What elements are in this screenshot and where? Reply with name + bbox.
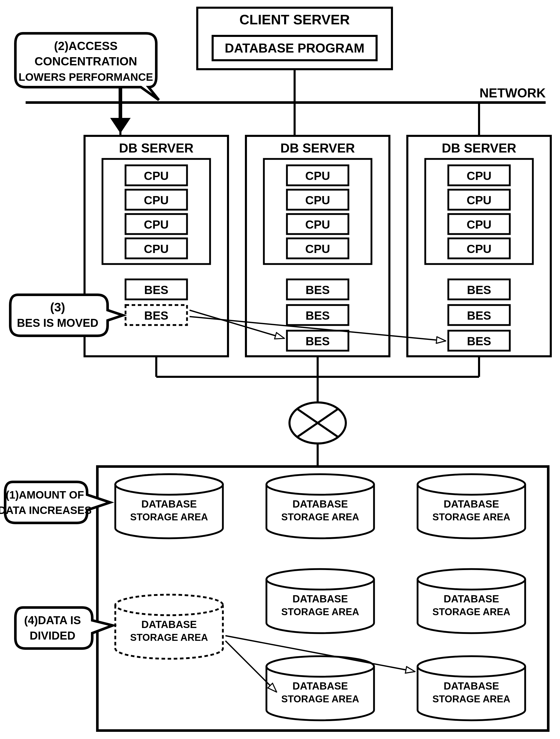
svg-text:STORAGE AREA: STORAGE AREA — [432, 606, 510, 617]
svg-text:STORAGE AREA: STORAGE AREA — [281, 511, 359, 523]
svg-text:(4)DATA IS: (4)DATA IS — [24, 614, 81, 626]
svg-text:DATABASE: DATABASE — [141, 619, 197, 630]
svg-text:BES IS MOVED: BES IS MOVED — [17, 317, 99, 329]
cpu-label: CPU — [305, 242, 330, 256]
db-server-1-title: DB SERVER — [119, 141, 194, 155]
svg-text:STORAGE AREA: STORAGE AREA — [432, 511, 510, 523]
db-server-3-title: DB SERVER — [442, 141, 517, 155]
cpu-label: CPU — [305, 169, 330, 182]
cpu-label: CPU — [144, 218, 169, 231]
svg-point-70 — [115, 595, 223, 615]
svg-text:(1)AMOUNT OF: (1)AMOUNT OF — [6, 489, 84, 501]
cpu-label: CPU — [305, 218, 330, 231]
switch-icon — [290, 403, 346, 443]
bes-label: BES — [306, 334, 330, 348]
svg-point-58 — [417, 474, 525, 495]
client-server-title: CLIENT SERVER — [239, 12, 350, 27]
svg-point-54 — [266, 474, 374, 495]
database-program-label: DATABASE PROGRAM — [225, 41, 364, 55]
cpu-label: CPU — [144, 193, 169, 207]
cpu-label: CPU — [305, 193, 330, 207]
svg-text:STORAGE AREA: STORAGE AREA — [130, 511, 208, 523]
bes-label: BES — [467, 309, 491, 322]
svg-text:DATABASE: DATABASE — [444, 593, 499, 604]
svg-text:DATABASE: DATABASE — [141, 498, 197, 509]
db-server-2: DB SERVER CPU CPU CPU CPU BES BES BES — [246, 103, 389, 356]
bes-label: BES — [467, 334, 491, 348]
callout-access-concentration: (2)ACCESS CONCENTRATION LOWERS PERFORMAN… — [0, 0, 159, 100]
diagram-root: CLIENT SERVER DATABASE PROGRAM (2)ACCESS… — [0, 0, 560, 739]
svg-point-74 — [266, 656, 374, 677]
cpu-label: CPU — [466, 193, 491, 207]
svg-text:DATABASE: DATABASE — [293, 498, 348, 509]
bes-label: BES — [144, 283, 169, 297]
svg-text:DATABASE: DATABASE — [293, 680, 348, 692]
cpu-label: CPU — [466, 218, 491, 231]
svg-text:STORAGE AREA: STORAGE AREA — [130, 632, 208, 643]
svg-text:STORAGE AREA: STORAGE AREA — [432, 694, 510, 704]
bes-label: BES — [306, 283, 330, 297]
svg-text:LOWERS PERFORMANCE: LOWERS PERFORMANCE — [19, 71, 153, 83]
cpu-label: CPU — [144, 169, 169, 182]
cpu-label: CPU — [144, 242, 169, 256]
server-switch-connectors — [156, 356, 479, 403]
svg-point-78 — [417, 656, 525, 677]
network-label: NETWORK — [480, 86, 546, 100]
svg-point-66 — [417, 569, 525, 590]
svg-text:DATA INCREASES: DATA INCREASES — [0, 504, 92, 516]
svg-text:STORAGE AREA: STORAGE AREA — [281, 606, 359, 617]
svg-text:(2)ACCESS: (2)ACCESS — [54, 39, 118, 52]
svg-text:STORAGE AREA: STORAGE AREA — [281, 694, 359, 704]
client-server-box: CLIENT SERVER DATABASE PROGRAM — [197, 8, 392, 69]
svg-point-50 — [115, 474, 223, 495]
bes-label: BES — [467, 283, 491, 297]
svg-text:CONCENTRATION: CONCENTRATION — [35, 54, 137, 68]
svg-text:DIVIDED: DIVIDED — [30, 629, 75, 642]
svg-point-62 — [266, 569, 374, 590]
cpu-label: CPU — [466, 169, 491, 182]
cpu-label: CPU — [466, 242, 491, 256]
svg-text:(3): (3) — [50, 300, 65, 314]
bes-label: BES — [306, 309, 330, 322]
svg-text:DATABASE: DATABASE — [293, 593, 348, 604]
bes-label-dashed: BES — [144, 309, 169, 322]
db-server-3: DB SERVER CPU CPU CPU CPU BES BES BES — [407, 103, 551, 356]
db-server-2-title: DB SERVER — [281, 141, 355, 155]
svg-text:DATABASE: DATABASE — [444, 498, 499, 509]
svg-text:DATABASE: DATABASE — [444, 680, 499, 692]
